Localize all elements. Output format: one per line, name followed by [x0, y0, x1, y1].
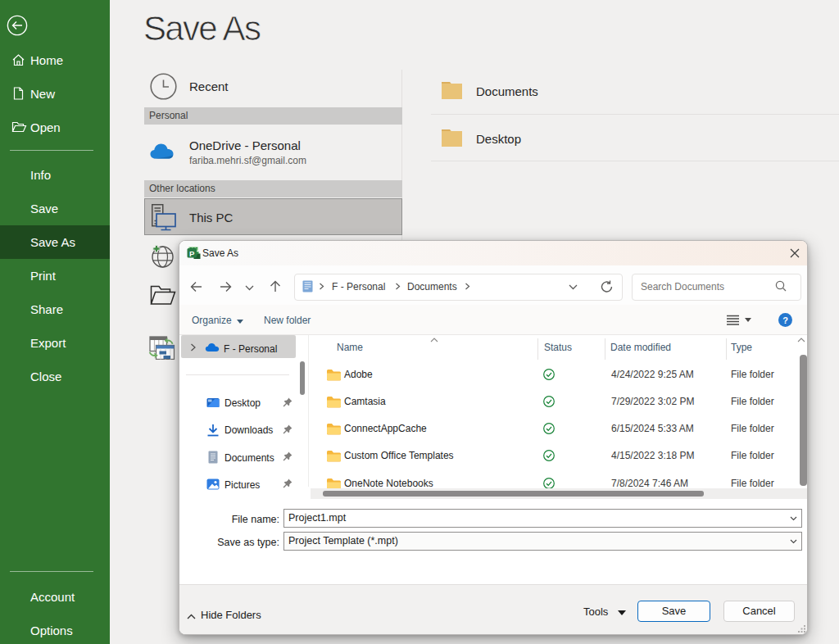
svg-text:P: P — [189, 249, 195, 258]
svg-text:?: ? — [782, 315, 788, 325]
